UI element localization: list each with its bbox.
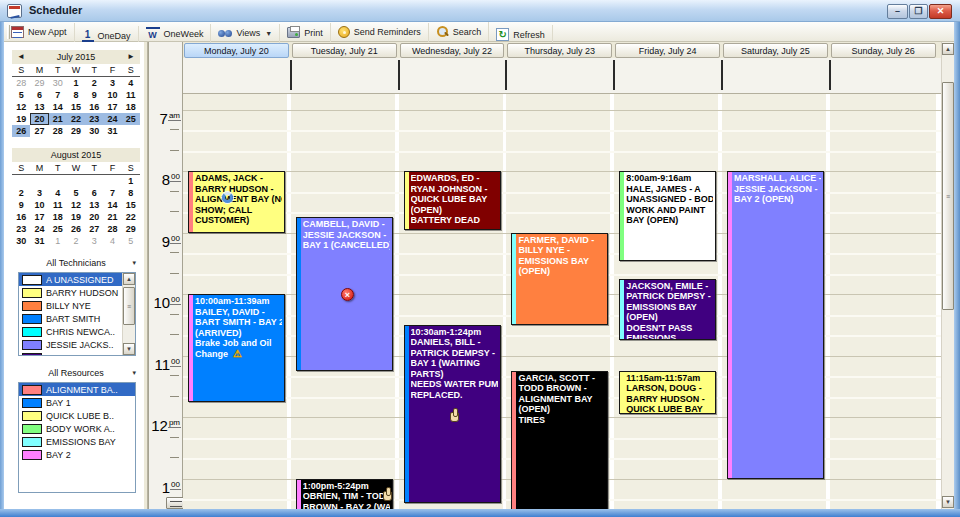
close-button[interactable]: ✕	[929, 4, 952, 19]
calendar-day[interactable]: 18	[122, 101, 140, 113]
calendar-day[interactable]: 1	[122, 175, 140, 187]
calendar-day[interactable]: 2	[12, 187, 30, 199]
resource-header[interactable]: All Resources▾	[12, 366, 140, 380]
calendar-day[interactable]: 12	[12, 101, 30, 113]
calendar-day[interactable]: 16	[85, 101, 103, 113]
calendar-day[interactable]: 8	[67, 89, 85, 101]
maximize-button[interactable]: ❐	[909, 4, 928, 19]
calendar-day[interactable]: 3	[30, 187, 48, 199]
calendar-day[interactable]: 31	[30, 235, 48, 247]
calendar-day[interactable]: 13	[30, 101, 48, 113]
calendar-day[interactable]	[49, 175, 67, 187]
calendar-day[interactable]: 29	[30, 77, 48, 89]
technician-item[interactable]: BART SMITH	[19, 312, 135, 325]
calendar-day[interactable]: 31	[103, 125, 121, 137]
calendar-day[interactable]: 7	[103, 187, 121, 199]
resource-item[interactable]: ALIGNMENT BA..	[19, 383, 135, 396]
calendar-day[interactable]: 6	[85, 187, 103, 199]
calendar-day[interactable]	[30, 175, 48, 187]
calendar-day[interactable]: 23	[12, 223, 30, 235]
calendar-day[interactable]: 1	[49, 235, 67, 247]
calendar-day[interactable]: 23	[85, 113, 103, 125]
day-header-1[interactable]: Monday, July 20	[184, 43, 289, 58]
calendar-day[interactable]: 29	[122, 223, 140, 235]
calendar-day[interactable]: 1	[67, 77, 85, 89]
appointment-hale[interactable]: 8:00am-9:16amHALE, JAMES - AUNASSIGNED -…	[619, 171, 716, 261]
vertical-scrollbar[interactable]: ▲≡▼	[941, 42, 954, 509]
technician-item[interactable]: BILLY NYE	[19, 299, 135, 312]
technician-item[interactable]: PATRICK DEMP	[19, 351, 135, 356]
calendar-day[interactable]: 5	[122, 235, 140, 247]
calendar-day[interactable]: 3	[85, 235, 103, 247]
calendar-day[interactable]: 7	[49, 89, 67, 101]
calendar-day[interactable]: 4	[122, 77, 140, 89]
technician-header[interactable]: All Technicians▾	[12, 256, 140, 270]
title-bar[interactable]: Scheduler – ❐ ✕	[0, 0, 960, 22]
resource-item[interactable]: EMISSIONS BAY	[19, 435, 135, 448]
calendar-day[interactable]: 6	[30, 89, 48, 101]
toolbar-grip[interactable]	[7, 25, 10, 39]
scroll-down-icon[interactable]: ▼	[942, 496, 954, 508]
calendar-day[interactable]: 15	[122, 199, 140, 211]
calendar-day[interactable]: 10	[30, 199, 48, 211]
one-week-button[interactable]: WOneWeek	[139, 24, 212, 43]
calendar-day[interactable]: 18	[49, 211, 67, 223]
calendar-day[interactable]: 2	[85, 77, 103, 89]
appointment-bailey[interactable]: 10:00am-11:39amBAILEY, DAVID -BART SMITH…	[188, 294, 285, 402]
list-scrollbar[interactable]: ▲≡▼	[122, 273, 135, 355]
appointment-marshall[interactable]: MARSHALL, ALICE -JESSIE JACKSON -BAY 2 (…	[727, 171, 824, 479]
calendar-day[interactable]: 5	[12, 89, 30, 101]
resource-item[interactable]: QUICK LUBE B..	[19, 409, 135, 422]
calendar-day[interactable]: 25	[122, 113, 140, 125]
send-reminders-button[interactable]: Send Reminders	[331, 23, 429, 42]
calendar-day[interactable]: 30	[49, 77, 67, 89]
calendar-day[interactable]: 12	[67, 199, 85, 211]
calendar-day[interactable]: 4	[103, 235, 121, 247]
calendar-prev-arrow-icon[interactable]: ◄	[17, 50, 25, 64]
appointment-larson[interactable]: 11:15am-11:57amLARSON, DOUG -BARRY HUDSO…	[619, 371, 716, 414]
resource-item[interactable]: BODY WORK A..	[19, 422, 135, 435]
calendar-day[interactable]: 21	[49, 113, 67, 125]
calendar-day[interactable]: 24	[103, 113, 121, 125]
calendar-day[interactable]: 14	[103, 199, 121, 211]
scroll-up-icon[interactable]: ▲	[942, 43, 954, 55]
resource-item[interactable]: BAY 1	[19, 396, 135, 409]
calendar-day[interactable]: 15	[67, 101, 85, 113]
technician-item[interactable]: BARRY HUDSON	[19, 286, 135, 299]
calendar-day[interactable]: 2	[67, 235, 85, 247]
calendar-day[interactable]: 20	[85, 211, 103, 223]
calendar-day[interactable]: 24	[30, 223, 48, 235]
views-button[interactable]: Views▼	[211, 24, 280, 43]
technician-item[interactable]: CHRIS NEWCA..	[19, 325, 135, 338]
calendar-day[interactable]: 8	[122, 187, 140, 199]
calendar-day[interactable]: 22	[67, 113, 85, 125]
calendar-day[interactable]: 27	[30, 125, 48, 137]
calendar-day[interactable]: 28	[49, 125, 67, 137]
day-header-2[interactable]: Tuesday, July 21	[292, 43, 397, 58]
calendar-day[interactable]: 13	[85, 199, 103, 211]
calendar-day[interactable]: 11	[49, 199, 67, 211]
calendar-day[interactable]: 19	[67, 211, 85, 223]
calendar-day[interactable]	[122, 125, 140, 137]
calendar-day[interactable]: 26	[12, 125, 30, 137]
calendar-day[interactable]	[103, 175, 121, 187]
scrollbar-thumb[interactable]: ≡	[942, 82, 954, 310]
calendar-day[interactable]: 16	[12, 211, 30, 223]
calendar-day[interactable]: 22	[122, 211, 140, 223]
calendar-day[interactable]: 28	[12, 77, 30, 89]
calendar-day[interactable]: 9	[12, 199, 30, 211]
appointment-farmer[interactable]: FARMER, DAVID -BILLY NYE -EMISSIONS BAY(…	[511, 233, 608, 325]
calendar-next-arrow-icon[interactable]: ►	[127, 50, 135, 64]
resource-item[interactable]: BAY 2	[19, 448, 135, 461]
scroll-up-icon[interactable]: ▲	[123, 273, 135, 285]
technician-item[interactable]: JESSIE JACKS..	[19, 338, 135, 351]
calendar-day[interactable]: 17	[30, 211, 48, 223]
calendar-day[interactable]: 20	[30, 113, 48, 125]
day-header-4[interactable]: Thursday, July 23	[507, 43, 612, 58]
refresh-button[interactable]: ↻Refresh	[489, 25, 553, 44]
appointment-obrien[interactable]: 1:00pm-5:24pmOBRIEN, TIM - TODDBROWN - B…	[296, 479, 393, 510]
calendar-day[interactable]: 29	[67, 125, 85, 137]
appointment-edwards[interactable]: EDWARDS, ED -RYAN JOHNSON -QUICK LUBE BA…	[404, 171, 501, 230]
calendar-day[interactable]	[67, 175, 85, 187]
appointment-jackson[interactable]: JACKSON, EMILE -PATRICK DEMPSY -EMISSION…	[619, 279, 716, 341]
